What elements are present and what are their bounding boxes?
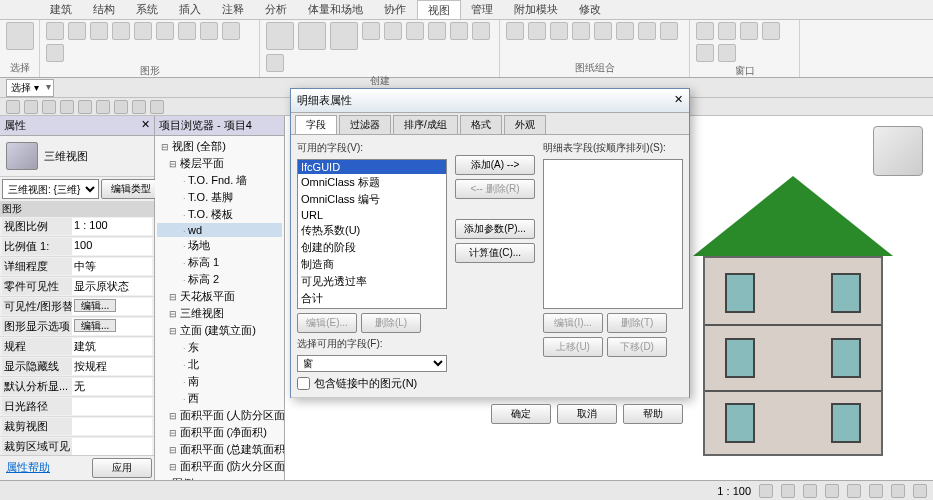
status-icon[interactable] xyxy=(781,484,795,498)
ribbon-tab[interactable]: 分析 xyxy=(255,0,298,19)
dialog-tab-appearance[interactable]: 外观 xyxy=(504,115,546,135)
tree-node[interactable]: 面积平面 (人防分区面积) xyxy=(157,407,282,424)
schedule-icon[interactable] xyxy=(472,22,490,40)
tree-node[interactable]: T.O. 基脚 xyxy=(157,189,282,206)
prop-value[interactable]: 无 xyxy=(72,378,152,395)
field-item[interactable]: OmniClass 编号 xyxy=(298,191,446,208)
tree-node[interactable]: wd xyxy=(157,223,282,237)
qat-icon[interactable] xyxy=(78,100,92,114)
tree-node[interactable]: T.O. Fnd. 墙 xyxy=(157,172,282,189)
prop-value[interactable]: 100 xyxy=(72,238,152,255)
switch-window-icon[interactable] xyxy=(696,22,714,40)
property-row[interactable]: 视图比例1 : 100 xyxy=(0,217,154,237)
callout-icon[interactable] xyxy=(330,22,358,50)
property-row[interactable]: 裁剪区域可见 xyxy=(0,437,154,455)
tree-node[interactable]: 标高 2 xyxy=(157,271,282,288)
replicate-icon[interactable] xyxy=(740,22,758,40)
qat-icon[interactable] xyxy=(6,100,20,114)
tree-node[interactable]: 楼层平面 xyxy=(157,155,282,172)
field-item[interactable]: 制造商 xyxy=(298,256,446,273)
property-row[interactable]: 规程建筑 xyxy=(0,337,154,357)
filters-icon[interactable] xyxy=(90,22,108,40)
property-row[interactable]: 日光路径 xyxy=(0,397,154,417)
status-icon[interactable] xyxy=(913,484,927,498)
edit-sched-button[interactable]: 编辑(I)... xyxy=(543,313,603,333)
dialog-titlebar[interactable]: 明细表属性 ✕ xyxy=(291,89,689,113)
apply-button[interactable]: 应用 xyxy=(92,458,152,478)
ribbon-tab[interactable]: 插入 xyxy=(169,0,212,19)
ribbon-tab[interactable]: 建筑 xyxy=(40,0,83,19)
delete-sched-button[interactable]: 删除(T) xyxy=(607,313,667,333)
prop-value[interactable]: 显示原状态 xyxy=(72,278,152,295)
prop-value[interactable] xyxy=(72,438,152,455)
sheet-icon[interactable] xyxy=(506,22,524,40)
property-row[interactable]: 详细程度中等 xyxy=(0,257,154,277)
render-gallery-icon[interactable] xyxy=(46,44,64,62)
cut-profile-icon[interactable] xyxy=(178,22,196,40)
add-parameter-button[interactable]: 添加参数(P)... xyxy=(455,219,535,239)
qat-icon[interactable] xyxy=(114,100,128,114)
legend-icon[interactable] xyxy=(450,22,468,40)
field-item[interactable]: 传热系数(U) xyxy=(298,222,446,239)
property-row[interactable]: 比例值 1:100 xyxy=(0,237,154,257)
select-dropdown[interactable]: 选择 ▾ xyxy=(6,79,54,97)
prop-value[interactable]: 按规程 xyxy=(72,358,152,375)
ribbon-tab[interactable]: 修改 xyxy=(569,0,612,19)
prop-value[interactable] xyxy=(72,418,152,435)
tree-node[interactable]: 南 xyxy=(157,373,282,390)
status-icon[interactable] xyxy=(891,484,905,498)
qat-icon[interactable] xyxy=(132,100,146,114)
dialog-tab-sort[interactable]: 排序/成组 xyxy=(393,115,458,135)
tree-node[interactable]: 面积平面 (防火分区面积) xyxy=(157,458,282,475)
view-icon[interactable] xyxy=(528,22,546,40)
render-cloud-icon[interactable] xyxy=(222,22,240,40)
status-icon[interactable] xyxy=(825,484,839,498)
section-icon[interactable] xyxy=(298,22,326,50)
delete-field-button[interactable]: 删除(L) xyxy=(361,313,421,333)
modify-icon[interactable] xyxy=(6,22,34,50)
tree-node[interactable]: 面积平面 (总建筑面积) xyxy=(157,441,282,458)
prop-value[interactable]: 1 : 100 xyxy=(72,218,152,235)
tree-node[interactable]: 东 xyxy=(157,339,282,356)
help-button[interactable]: 帮助 xyxy=(623,404,683,424)
property-row[interactable]: 零件可见性显示原状态 xyxy=(0,277,154,297)
remove-field-button[interactable]: <-- 删除(R) xyxy=(455,179,535,199)
status-icon[interactable] xyxy=(803,484,817,498)
prop-value[interactable]: 编辑... xyxy=(72,298,152,315)
tree-node[interactable]: 标高 1 xyxy=(157,254,282,271)
tree-node[interactable]: 天花板平面 xyxy=(157,288,282,305)
ribbon-tab[interactable]: 体量和场地 xyxy=(298,0,374,19)
qat-icon[interactable] xyxy=(150,100,164,114)
drafting-view-icon[interactable] xyxy=(406,22,424,40)
revision-icon[interactable] xyxy=(572,22,590,40)
close-icon[interactable]: ✕ xyxy=(141,118,150,133)
cancel-button[interactable]: 取消 xyxy=(557,404,617,424)
ribbon-tab[interactable]: 结构 xyxy=(83,0,126,19)
edit-field-button[interactable]: 编辑(E)... xyxy=(297,313,357,333)
duplicate-view-icon[interactable] xyxy=(428,22,446,40)
qat-icon[interactable] xyxy=(42,100,56,114)
property-row[interactable]: 默认分析显...无 xyxy=(0,377,154,397)
status-icon[interactable] xyxy=(847,484,861,498)
status-icon[interactable] xyxy=(759,484,773,498)
tree-node[interactable]: T.O. 楼板 xyxy=(157,206,282,223)
property-row[interactable]: 裁剪视图 xyxy=(0,417,154,437)
prop-edit-button[interactable]: 编辑... xyxy=(74,299,116,312)
close-hidden-icon[interactable] xyxy=(718,22,736,40)
title-block-icon[interactable] xyxy=(550,22,568,40)
move-down-button[interactable]: 下移(D) xyxy=(607,337,667,357)
properties-help-link[interactable]: 属性帮助 xyxy=(2,458,54,478)
edit-type-button[interactable]: 编辑类型 xyxy=(101,179,161,199)
remove-hidden-icon[interactable] xyxy=(156,22,174,40)
dialog-close-button[interactable]: ✕ xyxy=(674,93,683,108)
show-hidden-icon[interactable] xyxy=(134,22,152,40)
tree-node[interactable]: 北 xyxy=(157,356,282,373)
view-scale[interactable]: 1 : 100 xyxy=(717,485,751,497)
field-item[interactable]: 图像 xyxy=(298,307,446,309)
available-fields-list[interactable]: IfcGUIDOmniClass 标题OmniClass 编号URL传热系数(U… xyxy=(297,159,447,309)
visibility-icon[interactable] xyxy=(68,22,86,40)
tile-icon[interactable] xyxy=(696,44,714,62)
dialog-tab-format[interactable]: 格式 xyxy=(460,115,502,135)
property-row[interactable]: 图形显示选项编辑... xyxy=(0,317,154,337)
field-item[interactable]: 创建的阶段 xyxy=(298,239,446,256)
